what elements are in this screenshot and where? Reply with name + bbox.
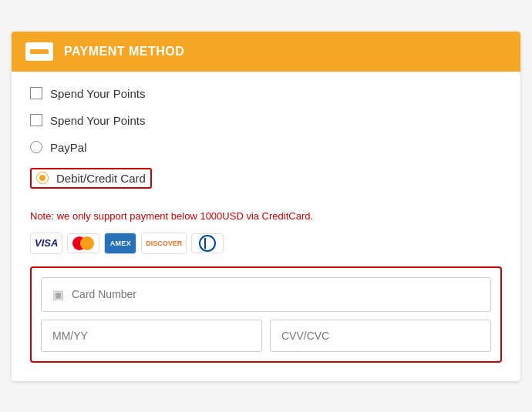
checkbox-spend-points-2[interactable] xyxy=(30,114,42,126)
option-row-4-wrapper: Debit/Credit Card xyxy=(30,168,502,203)
discover-logo: DISCOVER xyxy=(141,233,187,254)
option-label-3: PayPal xyxy=(50,141,87,154)
visa-logo: VISA xyxy=(30,233,62,254)
option-row-3: PayPal xyxy=(30,141,502,154)
card-body: Spend Your Points Spend Your Points PayP… xyxy=(12,72,520,381)
card-number-field[interactable]: ▣ xyxy=(41,277,491,312)
expiry-field[interactable] xyxy=(41,320,262,352)
credit-card-note: Note: we only support payment below 1000… xyxy=(30,210,502,222)
card-header: PAYMENT METHOD xyxy=(12,32,520,72)
card-number-icon: ▣ xyxy=(52,287,64,302)
diners-logo xyxy=(191,233,224,253)
option-row-1: Spend Your Points xyxy=(30,87,502,100)
option-row-2: Spend Your Points xyxy=(30,114,502,127)
option-label-4: Debit/Credit Card xyxy=(56,172,146,185)
card-form-wrapper: ▣ xyxy=(30,266,502,363)
radio-debit-credit[interactable] xyxy=(36,172,49,184)
expiry-input[interactable] xyxy=(52,330,251,342)
header-title: PAYMENT METHOD xyxy=(64,45,184,59)
option-label-1: Spend Your Points xyxy=(50,87,145,100)
selected-debit-credit-row: Debit/Credit Card xyxy=(30,168,152,189)
cvv-input[interactable] xyxy=(281,330,480,342)
payment-method-card: PAYMENT METHOD Spend Your Points Spend Y… xyxy=(12,32,520,381)
radio-paypal[interactable] xyxy=(30,141,42,153)
card-logos: VISA AMEX DISCOVER xyxy=(30,233,502,254)
amex-logo: AMEX xyxy=(104,233,136,254)
expiry-cvv-row xyxy=(41,320,491,352)
mastercard-logo xyxy=(67,233,99,253)
cvv-field[interactable] xyxy=(270,320,491,352)
card-number-input[interactable] xyxy=(72,288,480,300)
checkbox-spend-points-1[interactable] xyxy=(30,87,42,99)
option-label-2: Spend Your Points xyxy=(50,114,145,127)
payment-icon xyxy=(25,42,53,61)
